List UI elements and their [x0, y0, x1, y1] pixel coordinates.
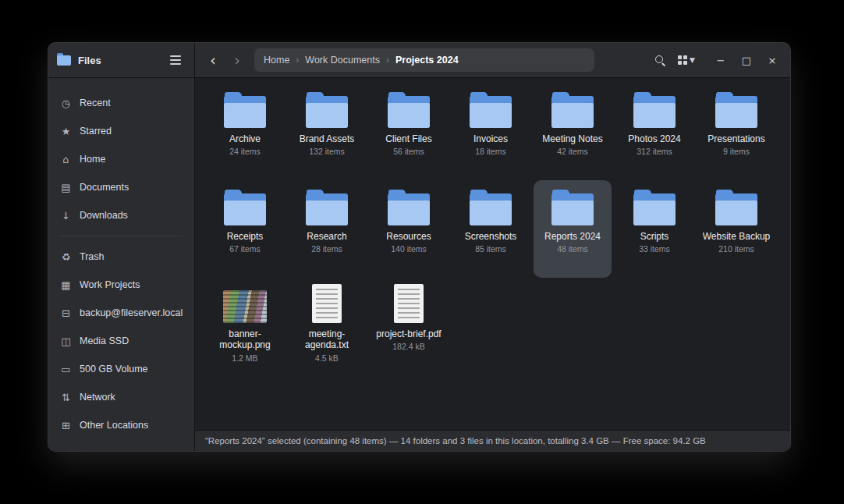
grid-item-meeting-agenda-txt[interactable]: meeting-agenda.txt4.5 kB — [288, 278, 366, 375]
folder-icon — [633, 89, 676, 128]
folder-icon-shape — [470, 193, 512, 225]
grid-item-archive[interactable]: Archive24 items — [206, 83, 284, 180]
file-caption: 132 items — [309, 147, 345, 157]
folder-icon-shape — [306, 96, 348, 128]
sidebar-item-500-gb-volume[interactable]: ▭500 GB Volume — [53, 355, 190, 383]
status-text: “Reports 2024” selected (containing 48 i… — [205, 436, 706, 445]
folder-front — [224, 201, 266, 225]
folder-icon-shape — [715, 193, 757, 225]
headerbar-sidebar-section: Files — [48, 43, 195, 77]
sidebar-item-work-projects[interactable]: ▦Work Projects — [53, 271, 190, 299]
folder-icon-shape — [633, 96, 676, 128]
document-thumbnail-shape — [312, 284, 342, 323]
file-caption: 210 items — [718, 244, 754, 254]
grid-item-presentations[interactable]: Presentations9 items — [697, 83, 775, 180]
breadcrumb-segment-home[interactable]: Home — [264, 55, 289, 66]
folder-front — [470, 201, 512, 225]
grid-item-photos-2024[interactable]: Photos 2024312 items — [615, 83, 693, 180]
sidebar-item-media-ssd[interactable]: ◫Media SSD — [53, 327, 190, 355]
file-caption: 4.5 kB — [315, 353, 339, 364]
sidebar-item-label: Documents — [80, 182, 129, 193]
sidebar-item-label: Home — [80, 154, 105, 165]
file-caption: 1.2 MB — [232, 353, 257, 364]
folder-front — [633, 201, 676, 225]
grid-item-meeting-notes[interactable]: Meeting Notes42 items — [534, 83, 612, 180]
sidebar-item-recent[interactable]: ◷Recent — [53, 89, 190, 117]
breadcrumb[interactable]: Home›Work Documents›Projects 2024 — [254, 48, 594, 72]
headerbar-actions: ▼ − □ × — [650, 50, 782, 70]
grid-item-resources[interactable]: Resources140 items — [370, 180, 448, 278]
breadcrumb-segment-projects-2024[interactable]: Projects 2024 — [395, 55, 459, 66]
file-name: Screenshots — [465, 231, 517, 242]
chevron-down-icon: ▼ — [690, 56, 695, 64]
sidebar-item-label: Downloads — [80, 210, 128, 221]
file-name: meeting-agenda.txt — [292, 328, 362, 351]
folder-icon — [633, 186, 676, 225]
file-caption: 48 items — [557, 244, 588, 254]
folder-front — [388, 103, 430, 128]
grid-item-scripts[interactable]: Scripts33 items — [615, 180, 693, 278]
folder-icon — [388, 186, 430, 225]
grid-item-brand-assets[interactable]: Brand Assets132 items — [288, 83, 366, 180]
file-caption: 24 items — [229, 147, 261, 157]
file-name: Client Files — [385, 133, 431, 144]
sidebar-item-trash[interactable]: ♻Trash — [53, 243, 190, 271]
folder-icon-shape — [633, 193, 676, 225]
search-button[interactable] — [650, 50, 670, 70]
sidebar-item-other-locations[interactable]: ⊞Other Locations — [53, 411, 190, 439]
sidebar-toggle-button[interactable] — [165, 50, 186, 70]
folder-icon — [551, 89, 594, 128]
folder-icon — [388, 89, 430, 128]
breadcrumb-segment-work-documents[interactable]: Work Documents — [305, 55, 380, 66]
file-caption: 312 items — [637, 147, 672, 157]
network-icon: ⇅ — [59, 392, 73, 403]
grid-item-invoices[interactable]: Invoices18 items — [452, 83, 530, 180]
folder-front — [224, 103, 266, 128]
file-name: Research — [307, 231, 346, 242]
sidebar-item-starred[interactable]: ★Starred — [53, 117, 190, 145]
sidebar-item-home[interactable]: ⌂Home — [53, 145, 190, 173]
folder-icon — [551, 186, 594, 225]
file-caption: 140 items — [391, 244, 427, 254]
file-name: project-brief.pdf — [376, 328, 441, 339]
grid-item-reports-2024[interactable]: Reports 202448 items — [534, 180, 612, 278]
sidebar-item-backup-fileserver-local[interactable]: ⊟backup@fileserver.local — [53, 299, 190, 327]
grid-item-banner-mockup-png[interactable]: banner-mockup.png1.2 MB — [206, 278, 284, 375]
forward-button[interactable]: › — [227, 50, 247, 70]
folder-front — [633, 103, 676, 128]
sidebar-item-network[interactable]: ⇅Network — [53, 383, 190, 411]
grid-item-receipts[interactable]: Receipts67 items — [206, 180, 284, 278]
folder-icon-shape — [224, 96, 266, 128]
folder-front — [715, 201, 757, 225]
folder-front — [306, 103, 348, 128]
folder-icon-shape — [715, 96, 757, 128]
maximize-button[interactable]: □ — [736, 50, 757, 70]
clock-icon: ◷ — [59, 98, 73, 109]
grid-item-client-files[interactable]: Client Files56 items — [370, 83, 448, 180]
grid-item-research[interactable]: Research28 items — [288, 180, 366, 278]
file-name: Website Backup — [703, 231, 771, 242]
headerbar-main-section: ‹ › Home›Work Documents›Projects 2024 ▼ … — [195, 43, 790, 77]
document-icon: ▤ — [59, 182, 73, 193]
sidebar-item-label: Network — [80, 392, 115, 403]
sidebar-item-documents[interactable]: ▤Documents — [53, 173, 190, 201]
search-icon — [654, 55, 665, 66]
folder-icon — [715, 89, 757, 128]
sidebar-item-downloads[interactable]: ↓Downloads — [53, 201, 190, 229]
grid-item-project-brief-pdf[interactable]: project-brief.pdf182.4 kB — [370, 278, 448, 375]
bookmark-folder-icon: ▦ — [59, 279, 73, 291]
document-thumbnail — [394, 284, 424, 323]
folder-icon-shape — [224, 193, 266, 225]
remote-drive-icon: ⊟ — [59, 307, 73, 319]
folder-icon-shape — [470, 96, 512, 128]
close-button[interactable]: × — [762, 50, 782, 70]
headerbar: Files ‹ › Home›Work Documents›Projects 2… — [48, 43, 790, 78]
grid-item-screenshots[interactable]: Screenshots85 items — [452, 180, 530, 278]
drive-icon: ◫ — [59, 335, 73, 347]
view-toggle-button[interactable]: ▼ — [676, 50, 697, 70]
back-button[interactable]: ‹ — [203, 50, 223, 70]
file-name: Photos 2024 — [628, 133, 680, 144]
file-caption: 9 items — [723, 147, 750, 157]
grid-item-website-backup[interactable]: Website Backup210 items — [697, 180, 775, 278]
minimize-button[interactable]: − — [711, 50, 731, 70]
